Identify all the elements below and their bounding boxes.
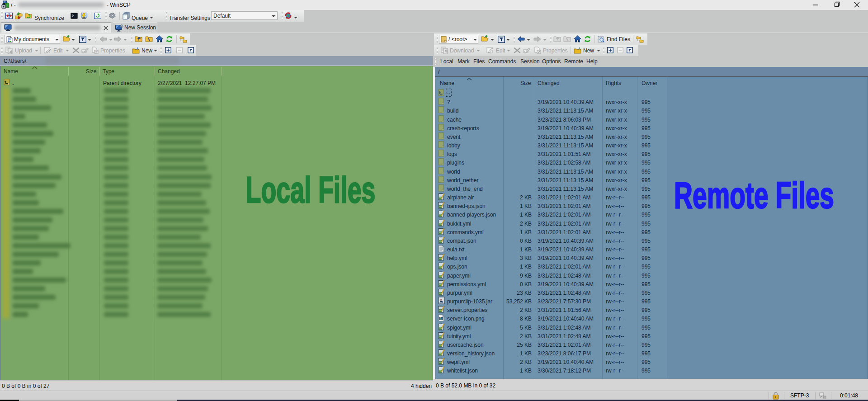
svg-text:Local Files: Local Files bbox=[246, 169, 376, 208]
svg-text:Remote Files: Remote Files bbox=[674, 180, 834, 216]
svg-text:..: .. bbox=[447, 89, 450, 95]
